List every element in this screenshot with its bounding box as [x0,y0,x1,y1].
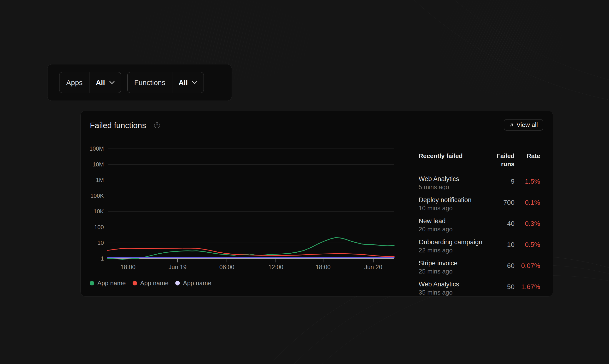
failed-function-row[interactable]: Stripe invoice25 mins ago600.07% [419,259,540,275]
legend-item[interactable]: App name [175,279,211,287]
failed-rows: Web Analytics5 mins ago91.5%Deploy notif… [419,175,540,297]
chart-legend: App nameApp nameApp name [90,279,211,287]
failed-row-main: Stripe invoice25 mins ago [419,259,491,275]
header-failed-runs: Failed runs [491,152,514,168]
failed-row-main: Deploy notification10 mins ago [419,196,491,212]
chevron-down-icon [192,81,197,84]
failed-function-row[interactable]: Deploy notification10 mins ago7000.1% [419,196,540,212]
failed-time: 10 mins ago [419,204,491,212]
failed-runs-value: 9 [491,178,514,185]
failure-rate-value: 0.07% [514,262,540,270]
background-stripe-pattern [427,0,575,105]
svg-text:Jun 20: Jun 20 [364,264,382,270]
svg-text:12:00: 12:00 [268,264,283,270]
apps-filter-dropdown[interactable]: Apps All [59,72,121,93]
failed-time: 22 mins ago [419,246,491,254]
apps-filter-label: Apps [59,72,89,93]
legend-item[interactable]: App name [133,279,169,287]
filter-bar: Apps All Functions All [47,64,232,101]
legend-label: App name [183,279,211,287]
svg-text:10K: 10K [94,208,104,215]
failed-function-row[interactable]: Web Analytics35 mins ago501.67% [419,280,540,297]
background-arc [307,0,609,94]
svg-text:18:00: 18:00 [121,264,136,270]
panel-header-row: Recently failed Failed runs Rate [419,152,540,168]
background-arc [283,0,609,108]
failed-function-row[interactable]: Web Analytics5 mins ago91.5% [419,175,540,191]
svg-text:100: 100 [94,224,104,230]
function-name: Onboarding campaign [419,238,491,246]
panel-divider [409,144,409,290]
failure-rate-value: 1.67% [514,283,540,291]
legend-label: App name [140,279,169,287]
svg-text:10: 10 [97,239,104,246]
functions-filter-label: Functions [127,72,172,93]
failed-row-main: Onboarding campaign22 mins ago [419,238,491,254]
function-name: Stripe invoice [419,259,491,267]
failed-function-row[interactable]: Onboarding campaign22 mins ago100.5% [419,238,540,254]
header-rate: Rate [514,152,540,168]
legend-dot [133,281,137,286]
dashboard-page: { "filters": { "apps": {"label": "Apps",… [0,0,609,364]
legend-label: App name [97,279,126,287]
failed-runs-value: 50 [491,283,514,291]
failure-rate-value: 0.5% [514,241,540,248]
svg-text:100M: 100M [89,145,104,152]
failed-runs-value: 40 [491,220,514,228]
failed-runs-value: 10 [491,241,514,248]
failed-time: 20 mins ago [419,225,491,233]
header-recently-failed: Recently failed [419,152,491,168]
svg-text:1: 1 [101,255,104,262]
failed-time: 25 mins ago [419,267,491,275]
svg-text:1M: 1M [96,177,104,183]
svg-text:10M: 10M [93,161,104,168]
function-name: Web Analytics [419,280,491,288]
chevron-down-icon [109,81,115,84]
failed-time: 5 mins ago [419,183,491,191]
functions-filter-value: All [179,78,188,87]
failed-time: 35 mins ago [419,288,491,297]
legend-item[interactable]: App name [90,279,126,287]
svg-text:18:00: 18:00 [316,264,331,270]
failure-rate-value: 1.5% [514,178,540,185]
functions-filter-dropdown[interactable]: Functions All [127,72,204,93]
failed-runs-value: 700 [491,199,514,207]
function-name: New lead [419,217,491,225]
failed-row-main: Web Analytics5 mins ago [419,175,491,191]
failed-runs-value: 60 [491,262,514,270]
svg-text:06:00: 06:00 [219,264,235,270]
recently-failed-panel: Recently failed Failed runs Rate Web Ana… [419,152,540,301]
apps-filter-value: All [96,78,105,87]
function-name: Deploy notification [419,196,491,204]
svg-text:100K: 100K [90,193,104,199]
function-name: Web Analytics [419,175,491,183]
failure-rate-value: 0.1% [514,199,540,207]
failed-functions-card: Failed functions ? View all 100M10M1M100… [80,111,553,297]
failed-row-main: Web Analytics35 mins ago [419,280,491,297]
legend-dot [90,281,94,286]
failure-rate-value: 0.3% [514,220,540,228]
failed-row-main: New lead20 mins ago [419,217,491,233]
legend-dot [175,281,180,286]
svg-text:Jun 19: Jun 19 [168,264,187,270]
failed-function-row[interactable]: New lead20 mins ago400.3% [419,217,540,233]
